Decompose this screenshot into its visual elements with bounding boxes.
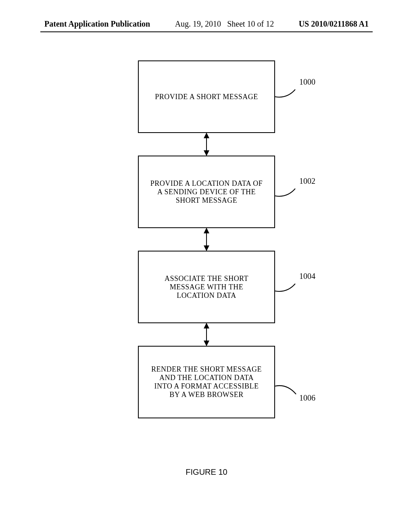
- flow-connector: [206, 323, 207, 346]
- arrow-down-icon: [204, 341, 209, 346]
- flow-box-text: PROVIDE A LOCATION DATA OF A SENDING DEV…: [150, 179, 263, 205]
- reference-number: 1000: [299, 77, 315, 87]
- page-header: Patent Application Publication Aug. 19, …: [0, 19, 413, 29]
- flowchart: PROVIDE A SHORT MESSAGE 1000 PROVIDE A L…: [0, 60, 413, 418]
- header-publication-type: Patent Application Publication: [44, 19, 150, 29]
- header-date-sheet: Aug. 19, 2010 Sheet 10 of 12: [175, 19, 274, 29]
- flow-box: PROVIDE A SHORT MESSAGE: [138, 60, 275, 133]
- reference-number: 1004: [299, 272, 315, 281]
- reference-number: 1002: [299, 177, 315, 186]
- flow-step-1000: PROVIDE A SHORT MESSAGE 1000: [138, 60, 275, 133]
- flow-step-1006: RENDER THE SHORT MESSAGE AND THE LOCATIO…: [138, 346, 275, 418]
- flow-box-text: ASSOCIATE THE SHORT MESSAGE WITH THE LOC…: [150, 274, 263, 300]
- figure-caption: FIGURE 10: [0, 468, 413, 477]
- flow-connector: [206, 228, 207, 251]
- flow-box: RENDER THE SHORT MESSAGE AND THE LOCATIO…: [138, 346, 275, 418]
- reference-leader-line: [275, 188, 298, 198]
- flow-box: ASSOCIATE THE SHORT MESSAGE WITH THE LOC…: [138, 251, 275, 323]
- header-date: Aug. 19, 2010: [175, 19, 221, 28]
- header-rule: [40, 31, 373, 32]
- flow-box: PROVIDE A LOCATION DATA OF A SENDING DEV…: [138, 156, 275, 228]
- flow-step-1004: ASSOCIATE THE SHORT MESSAGE WITH THE LOC…: [138, 251, 275, 323]
- arrow-up-icon: [204, 133, 209, 138]
- arrow-down-icon: [204, 150, 209, 156]
- reference-leader-line: [275, 384, 298, 394]
- header-sheet: Sheet 10 of 12: [227, 19, 274, 28]
- reference-leader-line: [275, 89, 298, 99]
- arrow-down-icon: [204, 245, 209, 251]
- arrow-up-icon: [204, 228, 209, 233]
- reference-leader-line: [275, 283, 298, 293]
- reference-number: 1006: [299, 393, 315, 403]
- arrow-up-icon: [204, 323, 209, 328]
- flow-box-text: RENDER THE SHORT MESSAGE AND THE LOCATIO…: [150, 365, 263, 399]
- flow-box-text: PROVIDE A SHORT MESSAGE: [155, 93, 258, 101]
- header-publication-number: US 2010/0211868 A1: [299, 19, 369, 29]
- flow-connector: [206, 133, 207, 156]
- flow-step-1002: PROVIDE A LOCATION DATA OF A SENDING DEV…: [138, 156, 275, 228]
